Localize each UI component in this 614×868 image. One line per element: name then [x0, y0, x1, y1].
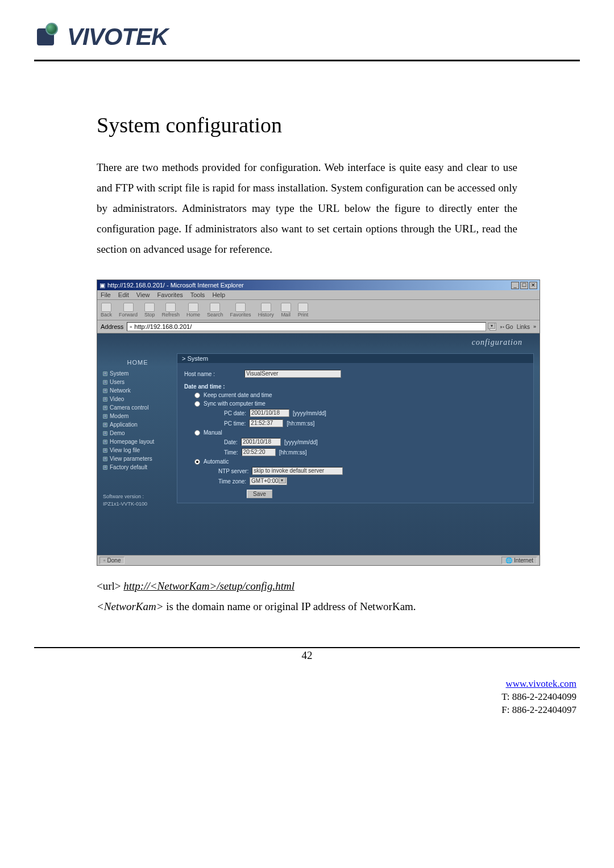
footer-site-link[interactable]: www.vivotek.com [506, 678, 577, 689]
tb-history[interactable]: History [258, 303, 274, 318]
opt-manual-label: Manual [204, 429, 222, 436]
save-button[interactable]: Save [247, 490, 272, 498]
datetime-heading: Date and time : [184, 383, 225, 390]
ntp-label: NTP server: [218, 468, 248, 474]
vivotek-logo-icon [34, 23, 63, 51]
menu-file[interactable]: File [101, 291, 111, 298]
ie-toolbar: Back Forward Stop Refresh Home Search Fa… [97, 300, 540, 320]
tz-select[interactable]: GMT+0:00 [250, 477, 287, 485]
sidebar: HOME +System +Users +Network +Video +Cam… [97, 333, 177, 555]
config-url-link[interactable]: http://<NetworKam>/setup/config.html [123, 580, 294, 592]
internet-icon: 🌐 [505, 557, 512, 564]
menu-favorites[interactable]: Favorites [157, 291, 183, 298]
radio-manual[interactable] [194, 430, 200, 436]
tb-search[interactable]: Search [207, 303, 223, 318]
sidebar-item-video[interactable]: +Video [103, 396, 172, 402]
m-time-label: Time: [224, 449, 238, 456]
ie-statusbar: ▫Done 🌐Internet [97, 555, 540, 565]
radio-sync[interactable] [194, 401, 200, 407]
sidebar-item-users[interactable]: +Users [103, 379, 172, 385]
sidebar-item-homepage-layout[interactable]: +Homepage layout [103, 439, 172, 445]
status-done: ▫Done [99, 557, 125, 564]
status-zone: 🌐Internet [501, 557, 537, 564]
tb-refresh[interactable]: Refresh [162, 303, 180, 318]
brand-text: VIVOTEK [67, 23, 168, 51]
menu-edit[interactable]: Edit [118, 291, 129, 298]
sidebar-item-view-parameters[interactable]: +View parameters [103, 456, 172, 462]
sidebar-item-demo[interactable]: +Demo [103, 430, 172, 436]
panel-title: > System [177, 354, 533, 363]
page-heading: System configuration [97, 112, 517, 137]
m-date-label: Date: [224, 439, 238, 445]
sidebar-item-system[interactable]: +System [103, 370, 172, 377]
page-body: configuration HOME +System +Users +Netwo… [97, 333, 540, 555]
mail-icon [281, 303, 291, 312]
sidebar-item-view-log-file[interactable]: +View log file [103, 447, 172, 453]
tb-back[interactable]: Back [101, 303, 112, 318]
footer-fax: F: 886-2-22404097 [501, 704, 576, 715]
ntp-input[interactable]: skip to invoke default server [252, 467, 343, 475]
pc-date-fmt: [yyyy/mm/dd] [293, 410, 326, 416]
sidebar-item-application[interactable]: +Application [103, 422, 172, 428]
forward-icon [123, 303, 134, 312]
m-time-input[interactable]: 20:52:20 [242, 448, 276, 456]
ie-menubar: File Edit View Favorites Tools Help [97, 290, 540, 300]
m-date-fmt: [yyyy/mm/dd] [284, 439, 318, 445]
hostname-label: Host name : [184, 371, 215, 377]
radio-keep[interactable] [194, 393, 200, 398]
pc-time-fmt: [hh:mm:ss] [287, 420, 314, 427]
page-icon: ▫ [130, 323, 132, 330]
sidebar-home[interactable]: HOME [103, 359, 172, 366]
radio-automatic[interactable] [194, 459, 200, 465]
pc-time-input[interactable]: 21:52:37 [249, 419, 283, 427]
ie-title-text: http://192.168.0.201/ - Microsoft Intern… [107, 282, 244, 289]
pc-date-label: PC date: [224, 410, 246, 416]
maximize-button[interactable]: ☐ [520, 282, 528, 289]
sidebar-item-network[interactable]: +Network [103, 387, 172, 394]
tb-favorites[interactable]: Favorites [230, 303, 251, 318]
logo-bar: VIVOTEK [34, 23, 580, 61]
opt-auto-label: Automatic [204, 458, 229, 465]
m-time-fmt: [hh:mm:ss] [279, 449, 307, 456]
menu-view[interactable]: View [136, 291, 150, 298]
minimize-button[interactable]: _ [511, 282, 519, 289]
pc-time-label: PC time: [224, 420, 246, 427]
sidebar-item-modem[interactable]: +Modem [103, 413, 172, 419]
opt-sync-label: Sync with computer time [204, 400, 265, 407]
opt-keep-label: Keep current date and time [204, 392, 272, 398]
hostname-input[interactable]: VisualServer [244, 370, 341, 378]
go-button[interactable]: ➳Go [500, 324, 513, 330]
history-icon [261, 303, 271, 312]
menu-tools[interactable]: Tools [190, 291, 205, 298]
sidebar-item-factory-default[interactable]: +Factory default [103, 464, 172, 470]
search-icon [210, 303, 220, 312]
m-date-input[interactable]: 2001/10/18 [241, 438, 281, 446]
ie-titlebar: ▣ http://192.168.0.201/ - Microsoft Inte… [97, 280, 540, 290]
tb-stop[interactable]: Stop [144, 303, 155, 318]
tb-forward[interactable]: Forward [119, 303, 138, 318]
addr-dropdown[interactable] [489, 323, 496, 331]
ie-page-icon: ▣ [99, 282, 105, 289]
favorites-icon [235, 303, 246, 312]
tb-mail[interactable]: Mail [281, 303, 291, 318]
tb-home[interactable]: Home [186, 303, 200, 318]
url-line: <url> http://<NetworKam>/setup/config.ht… [97, 580, 517, 592]
tb-print[interactable]: Print [298, 303, 309, 318]
main-panel: > System Host name : VisualServer Date a… [177, 333, 540, 555]
back-icon [101, 303, 111, 312]
sidebar-item-camera-control[interactable]: +Camera control [103, 404, 172, 411]
software-version: Software version : IPZ1x1-VVTK-0100 [103, 493, 172, 507]
page-number: 42 [34, 647, 580, 662]
footer-tel: T: 886-2-22404099 [501, 691, 576, 702]
page-title: configuration [472, 338, 522, 347]
links-label[interactable]: Links [517, 324, 530, 330]
page-footer-right: www.vivotek.com T: 886-2-22404099 F: 886… [34, 678, 580, 717]
menu-help[interactable]: Help [212, 291, 225, 298]
close-button[interactable]: ✕ [529, 282, 537, 289]
caption-line: <NetworKam> is the domain name or origin… [97, 600, 517, 613]
links-expand-icon[interactable]: » [533, 324, 536, 329]
pc-date-input[interactable]: 2001/10/18 [250, 409, 289, 417]
refresh-icon [165, 303, 176, 312]
ie-addressbar: Address ▫ http://192.168.0.201/ ➳Go Link… [97, 320, 540, 333]
addr-field[interactable]: ▫ http://192.168.0.201/ [127, 322, 486, 331]
